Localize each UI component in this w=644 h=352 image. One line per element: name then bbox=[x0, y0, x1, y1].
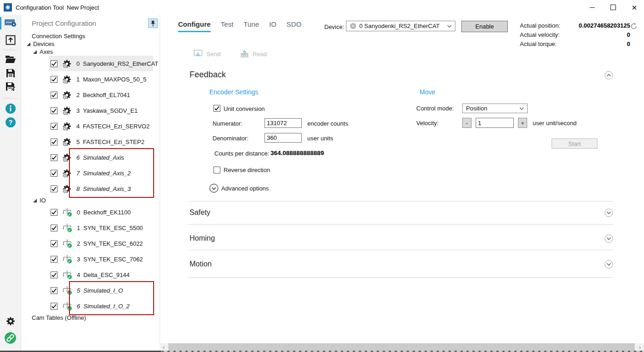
tab-tune[interactable]: Tune bbox=[243, 20, 259, 32]
tree-row-axis-8[interactable]: 8Simulated_Axis_3 bbox=[49, 181, 153, 196]
encoder-settings-link[interactable]: Encoder Settings bbox=[209, 88, 259, 96]
device-dropdown[interactable]: 0 Sanyodenki_RS2_EtherCAT bbox=[346, 21, 455, 31]
device-config-icon[interactable] bbox=[0, 17, 21, 28]
tree-row-io-6[interactable]: 6Simulated_I_O_2 bbox=[49, 298, 153, 314]
scroll-left-arrow[interactable]: ‹ bbox=[160, 343, 168, 351]
io-checkbox[interactable] bbox=[51, 225, 58, 231]
settings-gear-icon[interactable] bbox=[0, 316, 21, 327]
reverse-direction-checkbox[interactable] bbox=[213, 167, 220, 173]
tree-node-io[interactable]: IO bbox=[21, 196, 158, 204]
tree-row-io-2[interactable]: 2SYN_TEK_ESC_6022 bbox=[49, 236, 153, 251]
tree-row-number: 8 bbox=[76, 185, 80, 192]
axis-checkbox[interactable] bbox=[51, 92, 58, 98]
io-checkbox[interactable] bbox=[51, 271, 58, 278]
axis-checkbox[interactable] bbox=[51, 123, 58, 130]
export-window-icon[interactable] bbox=[0, 35, 21, 45]
menu-new-project[interactable]: New Project bbox=[65, 0, 101, 15]
pin-button[interactable] bbox=[148, 18, 158, 28]
move-link[interactable]: Move bbox=[420, 88, 435, 96]
tree-row-axis-3[interactable]: 3Yaskawa_SGDV_E1 bbox=[49, 103, 153, 118]
numerator-input[interactable] bbox=[264, 118, 302, 128]
close-button[interactable]: ✕ bbox=[627, 0, 641, 15]
read-button[interactable]: Read bbox=[240, 50, 267, 58]
io-checkbox[interactable] bbox=[51, 240, 58, 247]
save-as-icon[interactable] bbox=[0, 81, 21, 92]
axis-checkbox[interactable] bbox=[51, 60, 58, 67]
tree-row-io-1[interactable]: 1SYN_TEK_ESC_5500 bbox=[49, 220, 153, 236]
tree-row-axis-4[interactable]: 4FASTECH_Ezi_SERVO2 bbox=[49, 118, 153, 134]
io-checkbox[interactable] bbox=[51, 209, 58, 216]
feedback-collapse-button[interactable] bbox=[604, 71, 613, 80]
scroll-right-arrow[interactable]: › bbox=[636, 343, 644, 351]
tree-row-label: FASTECH_Ezi_STEP2 bbox=[83, 138, 144, 145]
help-icon[interactable]: ? bbox=[0, 117, 21, 128]
info-icon[interactable] bbox=[0, 103, 21, 114]
tree-node-cam-tables[interactable]: Cam Tables (Offline) bbox=[21, 314, 158, 322]
homing-expand-button[interactable] bbox=[604, 234, 613, 243]
tree-row-io-5[interactable]: 5Simulated_I_O bbox=[49, 283, 153, 298]
counts-per-distance-label: Counts per distance: bbox=[214, 150, 269, 157]
tree-row-number: 2 bbox=[77, 240, 80, 247]
io-checkbox[interactable] bbox=[51, 287, 58, 294]
velocity-increment-button[interactable]: + bbox=[518, 118, 527, 128]
svg-text:?: ? bbox=[8, 119, 12, 126]
tree-row-number: 6 bbox=[77, 303, 80, 310]
tree-row-label: SYN_TEK_ESC_7062 bbox=[83, 256, 143, 263]
tree-row-number: 0 bbox=[77, 209, 80, 216]
tab-sdo[interactable]: SDO bbox=[287, 20, 302, 32]
horizontal-scrollbar: ‹ › bbox=[160, 343, 644, 351]
axis-checkbox[interactable] bbox=[51, 170, 58, 177]
tree-row-io-3[interactable]: 3SYN_TEK_ESC_7062 bbox=[49, 251, 153, 267]
refresh-icon[interactable] bbox=[630, 23, 638, 31]
tab-test[interactable]: Test bbox=[221, 20, 234, 32]
axis-checkbox[interactable] bbox=[51, 138, 58, 145]
expander-icon[interactable] bbox=[27, 42, 30, 46]
tree-node-connection-settings[interactable]: Connection Settings bbox=[21, 32, 158, 40]
enable-button[interactable]: Enable bbox=[461, 21, 508, 32]
safety-expand-button[interactable] bbox=[604, 208, 613, 217]
save-icon[interactable] bbox=[0, 68, 21, 78]
io-checkbox[interactable] bbox=[51, 256, 58, 263]
velocity-input[interactable] bbox=[476, 118, 514, 128]
tree-row-io-0[interactable]: 0Beckhoff_EK1100 bbox=[49, 204, 153, 220]
menu-configuration-tool[interactable]: Configuration Tool bbox=[14, 0, 66, 15]
unit-conversion-checkbox[interactable] bbox=[213, 105, 220, 112]
axis-checkbox[interactable] bbox=[51, 107, 58, 114]
tree-row-axis-6[interactable]: 6Simulated_Axis bbox=[49, 150, 153, 165]
tree-node-devices[interactable]: Devices bbox=[21, 40, 158, 48]
io-checkbox[interactable] bbox=[51, 303, 58, 310]
tree-row-axis-5[interactable]: 5FASTECH_Ezi_STEP2 bbox=[49, 134, 153, 150]
open-folder-icon[interactable] bbox=[0, 55, 21, 63]
axis-checkbox[interactable] bbox=[51, 185, 58, 192]
tab-io[interactable]: IO bbox=[269, 20, 276, 32]
tree-row-number: 5 bbox=[76, 138, 80, 145]
tab-configure[interactable]: Configure bbox=[178, 20, 211, 32]
tree-node-axes[interactable]: Axes bbox=[21, 48, 158, 56]
expander-icon[interactable] bbox=[33, 199, 37, 202]
minimize-button[interactable] bbox=[585, 0, 599, 15]
axis-checkbox[interactable] bbox=[51, 76, 58, 83]
tree-row-axis-2[interactable]: 2Beckhoff_EL7041 bbox=[49, 87, 153, 103]
tree-row-label: Delta_ESC_9144 bbox=[83, 271, 129, 278]
io-connector-icon bbox=[62, 270, 73, 280]
tree-row-io-4[interactable]: 4Delta_ESC_9144 bbox=[49, 267, 153, 283]
advanced-options-toggle[interactable] bbox=[209, 184, 218, 192]
start-button[interactable]: Start bbox=[552, 138, 598, 149]
tree-row-axis-7[interactable]: 7Simulated_Axis_2 bbox=[49, 165, 153, 181]
axis-checkbox[interactable] bbox=[51, 154, 58, 161]
connect-icon[interactable] bbox=[0, 332, 21, 344]
expander-icon[interactable] bbox=[33, 50, 37, 54]
tree-row-axis-0[interactable]: 0Sanyodenki_RS2_EtherCAT bbox=[49, 56, 153, 71]
axis-gear-icon bbox=[62, 90, 72, 100]
denominator-input[interactable] bbox=[264, 133, 302, 143]
read-icon bbox=[240, 50, 249, 58]
motion-expand-button[interactable] bbox=[604, 260, 613, 269]
maximize-button[interactable] bbox=[606, 0, 620, 15]
scrollbar-thumb[interactable] bbox=[168, 343, 635, 351]
tree-row-number: 2 bbox=[76, 92, 80, 98]
velocity-decrement-button[interactable]: - bbox=[462, 118, 472, 128]
send-button[interactable]: Send bbox=[194, 50, 220, 58]
section-divider bbox=[189, 201, 613, 202]
control-mode-dropdown[interactable]: Position bbox=[462, 104, 528, 113]
tree-row-axis-1[interactable]: 1Maxon_MAXPOS_50_5 bbox=[49, 71, 153, 87]
